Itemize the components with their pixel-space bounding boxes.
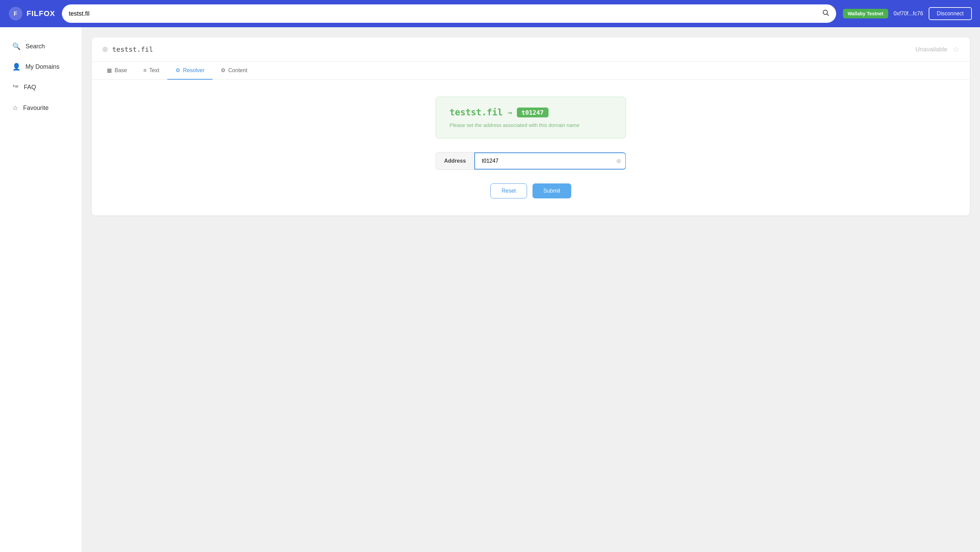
- tab-content-label: Content: [228, 67, 247, 73]
- main-content: ⊗ testst.fil Unavailable ☆ ▦ Base ≡ Text: [82, 27, 980, 552]
- tab-base[interactable]: ▦ Base: [99, 62, 135, 80]
- search-icon: [822, 9, 829, 16]
- submit-button[interactable]: Submit: [533, 183, 571, 198]
- reset-button[interactable]: Reset: [490, 183, 527, 198]
- text-tab-icon: ≡: [143, 67, 146, 73]
- star-icon: ☆: [12, 104, 18, 112]
- network-badge: Wallaby Testnet: [843, 9, 888, 18]
- wallet-address: 0xf70f...fc76: [894, 11, 923, 17]
- sidebar-item-label-faq: FAQ: [24, 84, 36, 91]
- person-icon: 👤: [12, 62, 21, 71]
- resolver-tab-content: testst.fil → t01247 Please set the addre…: [92, 80, 970, 215]
- tabs: ▦ Base ≡ Text ⚙ Resolver ⚙ Content: [92, 62, 970, 80]
- sidebar-item-faq[interactable]: FAQ: [7, 78, 75, 96]
- address-input[interactable]: [479, 153, 616, 169]
- svg-text:F: F: [14, 11, 18, 17]
- search-bar[interactable]: [62, 5, 836, 23]
- sidebar-item-label-search: Search: [25, 43, 45, 50]
- resolver-arrow-icon: →: [508, 108, 512, 117]
- tab-text[interactable]: ≡ Text: [135, 62, 167, 80]
- svg-point-2: [823, 10, 827, 14]
- unavailable-status: Unavailable: [915, 46, 947, 53]
- address-row: Address ⊗: [436, 152, 626, 170]
- status-icon: ⊗: [102, 45, 108, 54]
- address-label: Address: [436, 152, 474, 169]
- tab-resolver[interactable]: ⚙ Resolver: [167, 62, 213, 80]
- resolver-badge: t01247: [517, 107, 549, 117]
- logo: F FILFOX: [8, 6, 55, 21]
- layout: 🔍 Search 👤 My Domains FAQ ☆ Favourite: [0, 27, 980, 552]
- resolver-info-box: testst.fil → t01247 Please set the addre…: [436, 97, 626, 139]
- tab-resolver-label: Resolver: [183, 67, 204, 73]
- tab-content[interactable]: ⚙ Content: [213, 62, 255, 80]
- header-right: Wallaby Testnet 0xf70f...fc76 Disconnect: [843, 7, 972, 20]
- sidebar-item-search[interactable]: 🔍 Search: [7, 37, 75, 55]
- resolver-domain-line: testst.fil → t01247: [450, 107, 612, 117]
- domain-name: testst.fil: [112, 45, 153, 53]
- content-tab-icon: ⚙: [221, 67, 226, 73]
- header: F FILFOX Wallaby Testnet 0xf70f...fc76 D…: [0, 0, 980, 27]
- domain-title-area: ⊗ testst.fil: [102, 45, 153, 54]
- tab-base-label: Base: [115, 67, 127, 73]
- search-input[interactable]: [69, 10, 818, 18]
- address-input-wrap: ⊗: [474, 152, 626, 169]
- faq-svg-icon: [12, 83, 19, 90]
- search-icon: 🔍: [12, 42, 21, 50]
- search-icon-button[interactable]: [822, 9, 829, 18]
- domain-card: ⊗ testst.fil Unavailable ☆ ▦ Base ≡ Text: [92, 37, 970, 215]
- resolver-tab-icon: ⚙: [175, 67, 180, 73]
- base-tab-icon: ▦: [107, 67, 112, 73]
- sidebar-item-label-favourite: Favourite: [23, 104, 49, 112]
- disconnect-button[interactable]: Disconnect: [929, 7, 972, 20]
- svg-line-3: [827, 14, 829, 16]
- sidebar-item-my-domains[interactable]: 👤 My Domains: [7, 58, 75, 75]
- filfox-logo-icon: F: [8, 6, 23, 21]
- sidebar-item-favourite[interactable]: ☆ Favourite: [7, 99, 75, 117]
- tab-text-label: Text: [149, 67, 159, 73]
- favourite-star-icon[interactable]: ☆: [953, 45, 959, 54]
- faq-icon: [12, 83, 19, 91]
- logo-text: FILFOX: [27, 9, 55, 18]
- action-buttons: Reset Submit: [490, 183, 571, 198]
- domain-header: ⊗ testst.fil Unavailable ☆: [92, 37, 970, 62]
- clear-icon[interactable]: ⊗: [616, 157, 621, 165]
- sidebar: 🔍 Search 👤 My Domains FAQ ☆ Favourite: [0, 27, 82, 552]
- resolver-hint-text: Please set the address associated with t…: [450, 122, 612, 128]
- resolver-domain-name: testst.fil: [450, 107, 503, 117]
- sidebar-item-label-my-domains: My Domains: [25, 63, 59, 70]
